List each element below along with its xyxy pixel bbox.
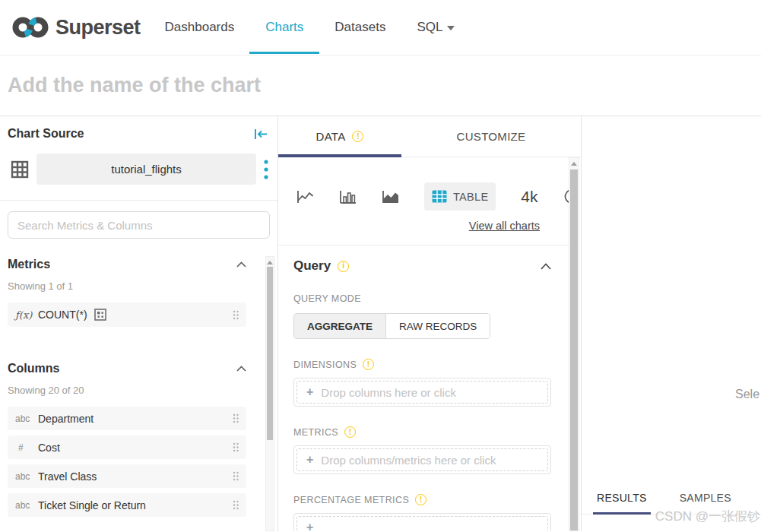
text-type-icon: abc	[15, 500, 38, 511]
scrollbar-thumb[interactable]	[570, 169, 578, 530]
viz-type-table[interactable]: TABLE	[424, 182, 496, 211]
nav-datasets[interactable]: Datasets	[335, 0, 385, 55]
control-panel-tabs: DATA ! CUSTOMIZE	[278, 116, 581, 157]
table-icon	[432, 190, 447, 203]
drag-handle-icon[interactable]	[233, 442, 239, 452]
dimensions-dropzone[interactable]: + Drop columns here or click	[293, 378, 551, 407]
drag-handle-icon[interactable]	[233, 413, 239, 423]
collapse-panel-icon[interactable]	[254, 128, 268, 140]
warning-icon: !	[352, 131, 363, 142]
column-item[interactable]: # Cost	[8, 435, 246, 459]
tab-results[interactable]: RESULTS	[597, 492, 647, 504]
percentage-metrics-label: PERCENTAGE METRICS !	[293, 494, 551, 505]
column-item[interactable]: abc Travel Class	[8, 464, 246, 488]
viz-type-big-number[interactable]: 4k	[521, 188, 537, 206]
results-tabs: RESULTS SAMPLES	[597, 492, 731, 504]
view-all-charts-link[interactable]: View all charts	[469, 220, 540, 232]
chart-title-bar: Add the name of the chart	[0, 55, 761, 116]
numeric-type-icon: #	[15, 442, 38, 453]
plus-icon: +	[306, 521, 313, 531]
superset-infinity-icon	[12, 14, 49, 40]
nav-dashboards[interactable]: Dashboards	[165, 0, 235, 55]
calculator-icon	[94, 309, 106, 321]
raw-records-button[interactable]: RAW RECORDS	[386, 314, 490, 338]
metrics-dropzone[interactable]: + Drop columns/metrics here or click	[293, 445, 551, 474]
search-input[interactable]	[8, 211, 270, 239]
metrics-columns-list: Metrics Showing 1 of 1 ƒ(x) COUNT(*)	[0, 251, 277, 531]
navbar: Superset Dashboards Charts Datasets SQL	[0, 0, 761, 55]
control-panel: DATA ! CUSTOMIZE	[278, 116, 582, 531]
metrics-label: METRICS !	[293, 426, 551, 438]
drag-handle-icon[interactable]	[233, 310, 239, 320]
chart-title-input[interactable]: Add the name of the chart	[8, 74, 261, 97]
metrics-section-title: Metrics	[8, 258, 50, 271]
percentage-metrics-dropzone[interactable]: +	[293, 513, 551, 531]
query-section: Query i QUERY MODE AGGREGATE RAW RECORDS	[278, 245, 569, 531]
active-nav-underline	[249, 52, 319, 54]
dataset-options-menu-icon[interactable]	[264, 159, 268, 180]
warning-icon: !	[363, 359, 374, 370]
control-panel-scroll: TABLE 4k View all charts	[278, 157, 569, 531]
chevron-up-icon[interactable]	[236, 366, 246, 372]
superset-explore-page: Superset Dashboards Charts Datasets SQL …	[0, 0, 761, 532]
scrollbar-thumb[interactable]	[267, 267, 273, 440]
control-panel-scrollbar[interactable]	[569, 157, 579, 531]
metric-item[interactable]: ƒ(x) COUNT(*)	[8, 302, 246, 327]
main-nav: Dashboards Charts Datasets SQL	[165, 0, 455, 55]
left-panel-scrollbar[interactable]	[265, 256, 274, 531]
chart-panel: Sele RESULTS SAMPLES CSDN @一张假钞	[582, 116, 761, 531]
datasource-panel: Chart Source tutorial_flights	[0, 116, 278, 531]
columns-count: Showing 20 of 20	[8, 385, 246, 396]
column-item[interactable]: abc Department	[8, 407, 246, 430]
chart-hint-text: Sele	[735, 388, 759, 401]
drag-handle-icon[interactable]	[233, 500, 239, 510]
dataset-table-icon	[11, 160, 29, 179]
aggregate-button[interactable]: AGGREGATE	[294, 314, 386, 338]
tab-customize[interactable]: CUSTOMIZE	[401, 116, 581, 157]
chevron-up-icon[interactable]	[541, 263, 551, 270]
watermark: CSDN @一张假钞	[655, 508, 760, 525]
info-icon: i	[338, 261, 349, 272]
main-content: Chart Source tutorial_flights	[0, 116, 761, 531]
tab-samples[interactable]: SAMPLES	[680, 492, 731, 504]
metrics-count: Showing 1 of 1	[8, 280, 246, 292]
bar-chart-icon[interactable]	[339, 189, 357, 204]
plus-icon: +	[306, 454, 313, 466]
warning-icon: !	[344, 426, 356, 438]
scroll-up-arrow-icon[interactable]	[571, 162, 577, 166]
caret-down-icon	[447, 26, 455, 30]
datasource-panel-title: Chart Source	[8, 127, 84, 141]
chevron-up-icon[interactable]	[236, 261, 246, 268]
text-type-icon: abc	[15, 413, 38, 424]
function-icon: ƒ(x)	[15, 309, 38, 321]
superset-logo[interactable]: Superset	[12, 14, 141, 40]
pie-chart-icon[interactable]	[563, 188, 569, 205]
brand-name: Superset	[55, 16, 141, 40]
column-item[interactable]: abc Ticket Single or Return	[8, 493, 246, 517]
nav-charts[interactable]: Charts	[265, 0, 303, 55]
warning-icon: !	[415, 494, 426, 505]
tab-data[interactable]: DATA !	[278, 116, 401, 157]
columns-section-title: Columns	[8, 362, 59, 375]
query-mode-label: QUERY MODE	[293, 293, 551, 304]
line-chart-icon[interactable]	[296, 189, 314, 204]
dataset-name[interactable]: tutorial_flights	[36, 154, 256, 185]
text-type-icon: abc	[15, 471, 38, 482]
query-section-title: Query	[293, 258, 331, 274]
plus-icon: +	[306, 386, 313, 398]
dimensions-label: DIMENSIONS !	[293, 359, 551, 370]
drag-handle-icon[interactable]	[233, 471, 239, 481]
area-chart-icon[interactable]	[382, 189, 399, 204]
query-mode-toggle: AGGREGATE RAW RECORDS	[293, 313, 490, 339]
active-tab-underline	[593, 512, 651, 515]
scroll-up-arrow-icon[interactable]	[267, 261, 273, 264]
viz-type-picker: TABLE 4k	[278, 157, 569, 211]
nav-sql[interactable]: SQL	[417, 0, 455, 55]
